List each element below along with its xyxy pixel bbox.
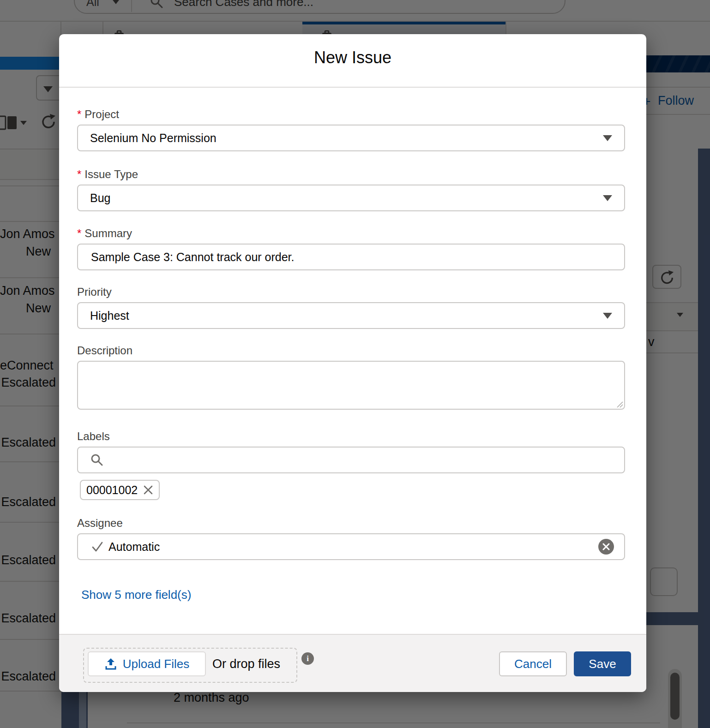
chevron-down-icon xyxy=(603,313,612,319)
clear-x-icon xyxy=(602,543,610,550)
priority-combobox[interactable]: Highest xyxy=(77,302,625,329)
description-label-row: Description xyxy=(77,344,132,357)
project-label-row: *Project xyxy=(77,108,119,121)
drop-files-text: Or drop files xyxy=(212,657,280,671)
search-icon xyxy=(90,453,104,467)
labels-label: Labels xyxy=(77,430,110,442)
new-issue-modal: New Issue *Project Selenium No Permissio… xyxy=(59,34,646,692)
project-combobox[interactable]: Selenium No Permission xyxy=(77,125,625,151)
issue-type-combobox[interactable]: Bug xyxy=(77,185,625,211)
clear-assignee-button[interactable] xyxy=(598,539,614,555)
labels-search-box xyxy=(77,447,625,473)
cancel-button[interactable]: Cancel xyxy=(499,651,567,676)
resize-grip-icon[interactable] xyxy=(617,401,623,408)
info-icon[interactable]: i xyxy=(301,652,314,665)
required-asterisk: * xyxy=(77,168,81,180)
upload-icon xyxy=(104,657,117,670)
modal-title: New Issue xyxy=(59,48,646,67)
summary-label-row: *Summary xyxy=(77,227,132,240)
summary-input[interactable] xyxy=(90,250,612,264)
modal-header-divider xyxy=(59,87,646,88)
required-asterisk: * xyxy=(77,227,81,239)
issue-type-label: Issue Type xyxy=(84,168,138,180)
cancel-label: Cancel xyxy=(514,657,552,671)
description-textarea[interactable] xyxy=(77,361,625,410)
description-label: Description xyxy=(77,344,132,357)
upload-files-button[interactable]: Upload Files xyxy=(88,651,206,676)
issue-type-label-row: *Issue Type xyxy=(77,168,138,181)
priority-value: Highest xyxy=(90,309,129,322)
priority-label: Priority xyxy=(77,286,112,298)
summary-label: Summary xyxy=(84,227,132,239)
assignee-label-row: Assignee xyxy=(77,517,123,530)
chevron-down-icon xyxy=(603,195,612,201)
screen: All Search Cases and more... + Follow xyxy=(0,0,710,728)
check-icon xyxy=(91,540,104,553)
info-icon-glyph: i xyxy=(307,654,309,663)
project-value: Selenium No Permission xyxy=(90,131,217,145)
show-more-fields-link[interactable]: Show 5 more field(s) xyxy=(81,588,191,602)
chevron-down-icon xyxy=(603,135,612,141)
assignee-value: Automatic xyxy=(108,540,160,554)
upload-files-label: Upload Files xyxy=(123,657,190,671)
priority-label-row: Priority xyxy=(77,286,112,298)
save-button[interactable]: Save xyxy=(574,651,631,676)
label-pill-text: 00001002 xyxy=(86,483,138,497)
labels-label-row: Labels xyxy=(77,430,110,443)
labels-search-input[interactable] xyxy=(109,453,612,467)
project-label: Project xyxy=(84,108,119,120)
summary-field-wrap xyxy=(77,244,625,270)
issue-type-value: Bug xyxy=(90,191,110,205)
required-asterisk: * xyxy=(77,108,81,120)
assignee-combobox[interactable]: Automatic xyxy=(77,533,625,560)
save-label: Save xyxy=(589,657,616,671)
remove-pill-icon[interactable] xyxy=(143,485,153,495)
label-pill: 00001002 xyxy=(80,480,160,500)
assignee-label: Assignee xyxy=(77,517,123,529)
